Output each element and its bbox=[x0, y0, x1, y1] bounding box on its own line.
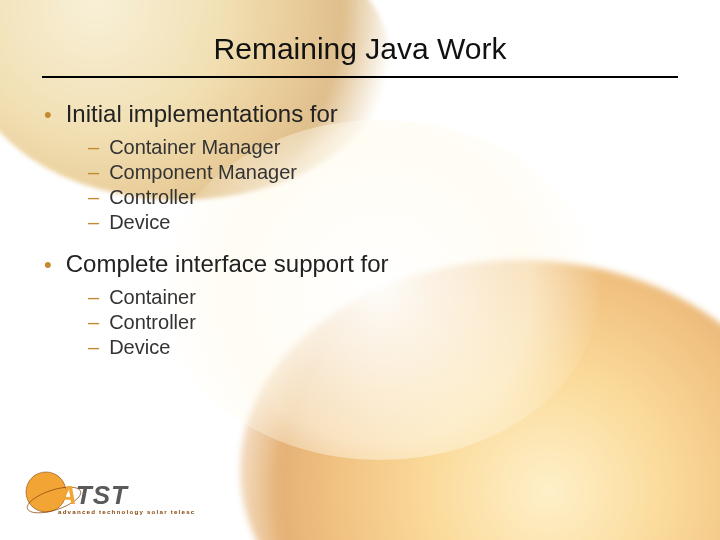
sub-item: Component Manager bbox=[88, 161, 678, 184]
bullet-list: Complete interface support for bbox=[42, 250, 678, 278]
bullet-list: Initial implementations for bbox=[42, 100, 678, 128]
bullet-text: Initial implementations for bbox=[66, 100, 338, 128]
sub-item: Device bbox=[88, 211, 678, 234]
sub-item-label: Container bbox=[109, 286, 196, 309]
bullet-item: Initial implementations for bbox=[44, 100, 678, 128]
sub-item-label: Container Manager bbox=[109, 136, 280, 159]
sub-item: Controller bbox=[88, 186, 678, 209]
bullet-item: Complete interface support for bbox=[44, 250, 678, 278]
sub-item: Container bbox=[88, 286, 678, 309]
bullet-text: Complete interface support for bbox=[66, 250, 389, 278]
sub-item: Container Manager bbox=[88, 136, 678, 159]
sub-item-label: Controller bbox=[109, 311, 196, 334]
title-divider bbox=[42, 76, 678, 78]
sub-item-label: Controller bbox=[109, 186, 196, 209]
sub-item-label: Component Manager bbox=[109, 161, 297, 184]
slide-content: Remaining Java Work Initial implementati… bbox=[0, 0, 720, 359]
logo-tagline: advanced technology solar telescope bbox=[58, 508, 194, 515]
sub-item: Device bbox=[88, 336, 678, 359]
sub-list: Container Manager Component Manager Cont… bbox=[42, 136, 678, 234]
sub-item: Controller bbox=[88, 311, 678, 334]
sub-item-label: Device bbox=[109, 211, 170, 234]
atst-logo: ATST advanced technology solar telescope bbox=[24, 470, 194, 524]
slide-title: Remaining Java Work bbox=[42, 32, 678, 66]
logo-acronym: ATST bbox=[57, 480, 129, 510]
sub-list: Container Controller Device bbox=[42, 286, 678, 359]
sub-item-label: Device bbox=[109, 336, 170, 359]
